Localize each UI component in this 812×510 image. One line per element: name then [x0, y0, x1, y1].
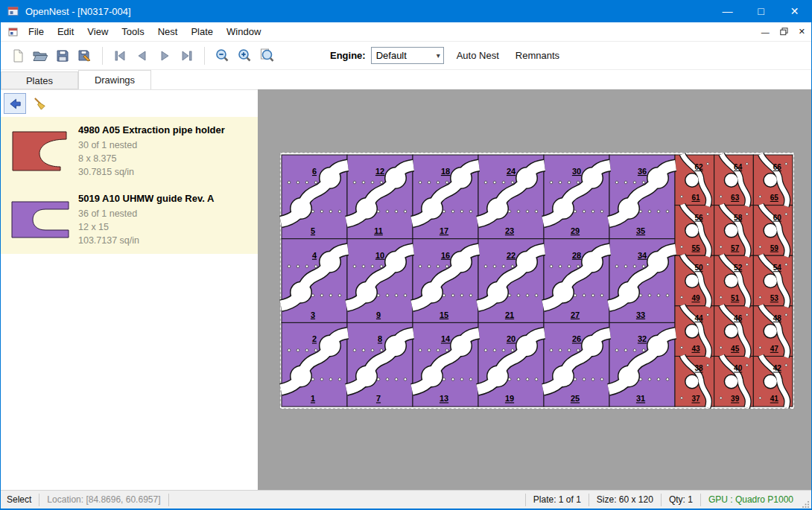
drill-hole: [451, 210, 454, 213]
menu-tools[interactable]: Tools: [115, 22, 150, 42]
mdi-close-icon[interactable]: ✕: [799, 27, 805, 36]
drill-hole: [568, 349, 571, 352]
part-number: 29: [571, 226, 580, 235]
menu-edit[interactable]: Edit: [51, 22, 80, 42]
zoom-in-button[interactable]: [233, 45, 256, 67]
part-number: 47: [770, 345, 779, 353]
tab-plates[interactable]: Plates: [1, 71, 78, 89]
engine-select[interactable]: Default ▾: [371, 47, 444, 64]
part-number: 42: [773, 364, 782, 372]
menu-file[interactable]: File: [22, 22, 51, 42]
prev-plate-button[interactable]: [131, 45, 153, 67]
app-window: OpenNest - [N0317-004] — □ ✕ FileEditVie…: [0, 0, 812, 510]
mdi-document-icon: [8, 27, 19, 37]
part-number: 35: [636, 226, 645, 235]
titlebar: OpenNest - [N0317-004] — □ ✕: [1, 0, 811, 22]
mdi-minimize-icon[interactable]: —: [761, 28, 770, 36]
drill-hole: [577, 265, 580, 268]
open-file-button[interactable]: [29, 45, 51, 67]
drill-hole: [707, 163, 709, 165]
menu-nest[interactable]: Nest: [151, 22, 185, 42]
drill-hole: [600, 378, 603, 381]
drill-hole: [338, 294, 341, 297]
part-number: 5: [311, 226, 315, 235]
nest-canvas[interactable]: 6512111817242330293635431091615222128273…: [258, 89, 811, 490]
part-number: 28: [572, 251, 581, 260]
drill-hole: [371, 265, 374, 268]
drill-hole: [377, 294, 380, 297]
drill-hole: [386, 294, 389, 297]
part-number: 10: [375, 251, 384, 260]
drill-hole: [642, 265, 645, 268]
mdi-restore-icon[interactable]: [780, 28, 788, 36]
drill-hole: [746, 364, 748, 366]
drill-hole: [681, 246, 683, 248]
drill-hole: [574, 294, 577, 297]
zoom-out-button[interactable]: [211, 45, 233, 67]
drawing-item[interactable]: 4980 A05 Extraction pipe holder 30 of 1 …: [1, 117, 258, 185]
menu-items: FileEditViewToolsNestPlateWindow: [22, 22, 267, 42]
part-number: 37: [691, 395, 700, 403]
drill-hole: [296, 181, 299, 184]
drill-hole: [639, 210, 642, 213]
maximize-icon[interactable]: □: [744, 0, 778, 22]
first-plate-button[interactable]: [109, 45, 131, 67]
save-icon: [55, 48, 70, 63]
part-number: 61: [691, 194, 700, 202]
drill-hole: [746, 264, 748, 266]
drill-hole: [785, 313, 787, 316]
new-file-button[interactable]: [7, 45, 29, 67]
menu-view[interactable]: View: [80, 22, 115, 42]
drawing-title: 4980 A05 Extraction pipe holder: [78, 124, 225, 136]
drill-hole: [574, 378, 577, 381]
first-arrow-icon: [112, 48, 127, 63]
part-number: 15: [440, 310, 448, 319]
drill-hole: [338, 210, 341, 213]
drill-hole: [428, 265, 431, 268]
zoom-fit-button[interactable]: [256, 45, 278, 67]
drill-hole: [517, 210, 520, 213]
resize-grip[interactable]: [801, 491, 811, 509]
drill-hole: [526, 294, 529, 297]
open-folder-icon: [32, 48, 48, 63]
drawing-item[interactable]: 5019 A10 UHMW guide Rev. A 36 of 1 neste…: [1, 185, 258, 254]
auto-nest-button[interactable]: Auto Nest: [448, 50, 507, 61]
drill-hole: [583, 210, 586, 213]
send-back-button[interactable]: [4, 93, 26, 114]
drawing-area: 30.7815 sq/in: [78, 165, 225, 179]
drill-hole: [568, 265, 571, 268]
part-number: 55: [691, 244, 700, 252]
drill-hole: [437, 265, 440, 268]
save-button[interactable]: [51, 45, 74, 67]
clear-button[interactable]: [28, 93, 51, 114]
drill-hole: [759, 397, 761, 399]
drill-hole: [633, 265, 636, 268]
save-as-button[interactable]: [74, 45, 96, 67]
drill-hole: [707, 364, 709, 366]
close-icon[interactable]: ✕: [778, 0, 811, 22]
drill-hole: [759, 196, 761, 198]
drill-hole: [511, 265, 514, 268]
menu-window[interactable]: Window: [220, 22, 267, 42]
drill-hole: [386, 378, 389, 381]
part-number: 46: [734, 314, 743, 322]
drill-hole: [642, 349, 645, 352]
last-plate-button[interactable]: [176, 45, 198, 67]
drill-hole: [460, 210, 463, 213]
next-arrow-icon: [157, 48, 172, 63]
part-number: 4: [312, 251, 317, 260]
part-number: 57: [731, 244, 740, 252]
drill-hole: [666, 294, 669, 297]
drill-hole: [550, 181, 553, 184]
part-number: 18: [441, 167, 450, 176]
minimize-icon[interactable]: —: [711, 0, 744, 22]
part-number: 65: [770, 194, 779, 202]
tab-drawings[interactable]: Drawings: [78, 70, 151, 89]
statusbar-divider: [168, 494, 169, 506]
drill-hole: [404, 210, 407, 213]
part-number: 21: [505, 310, 514, 319]
remnants-button[interactable]: Remnants: [507, 50, 568, 61]
next-plate-button[interactable]: [153, 45, 176, 67]
drill-hole: [460, 294, 463, 297]
menu-plate[interactable]: Plate: [184, 22, 220, 42]
